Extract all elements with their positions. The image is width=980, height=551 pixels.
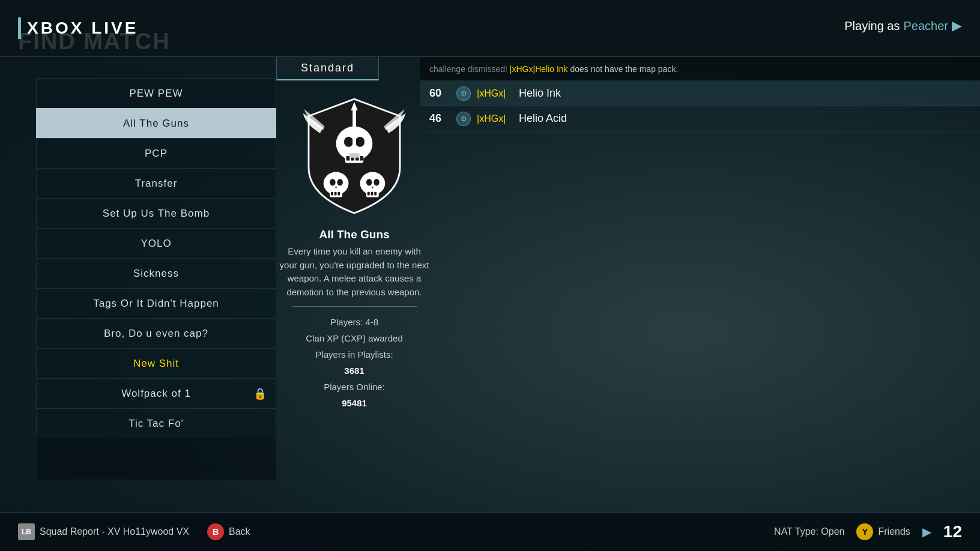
playlist-item-new-shit[interactable]: New Shit bbox=[36, 348, 276, 378]
b-btn-label: B bbox=[213, 527, 219, 537]
detail-players-range: Players: 4-8 bbox=[330, 314, 378, 330]
playlist-item-set-up-us-the-bomb[interactable]: Set Up Us The Bomb bbox=[36, 198, 276, 228]
bottom-right: NAT Type: Open Y Friends ▶ 12 bbox=[774, 522, 962, 541]
emblem-container bbox=[294, 90, 414, 222]
player-arrow-icon: ▶ bbox=[952, 18, 962, 34]
detail-description: Every time you kill an enemy with your g… bbox=[276, 245, 432, 299]
player-icon: ⚙ bbox=[456, 112, 471, 126]
svg-point-11 bbox=[337, 179, 343, 185]
player-row: 60 ⚙ |xHGx| Helio Ink bbox=[420, 81, 980, 106]
playlist-item-sickness[interactable]: Sickness bbox=[36, 258, 276, 288]
nav-arrow-icon: ▶ bbox=[922, 525, 931, 539]
player-clan: |xHGx| bbox=[477, 113, 513, 124]
detail-title: All The Guns bbox=[319, 228, 389, 241]
playlist-item-tic-tac[interactable]: Tic Tac Fo' bbox=[36, 408, 276, 438]
player-icon: ⚙ bbox=[456, 86, 471, 101]
svg-rect-20 bbox=[371, 192, 374, 196]
squad-btn-label: LB bbox=[22, 528, 31, 536]
xbox-live-label: XBOX LIVE bbox=[27, 19, 138, 38]
player-level: 46 bbox=[429, 112, 450, 125]
playlist-item-label: Transfer bbox=[135, 178, 178, 190]
playlist-item-wolfpack[interactable]: Wolfpack of 1 🔒 bbox=[36, 378, 276, 408]
playlist-item-all-the-guns[interactable]: All The Guns bbox=[36, 108, 276, 138]
back-label: Back bbox=[229, 526, 250, 537]
playlist-item-yolo[interactable]: YOLO bbox=[36, 228, 276, 258]
svg-rect-13 bbox=[334, 192, 337, 196]
playlist-item-label: Tags Or It Didn't Happen bbox=[93, 298, 219, 310]
squad-button[interactable]: LB bbox=[18, 523, 35, 540]
playlist-item-transfer[interactable]: Transfer bbox=[36, 168, 276, 198]
svg-rect-24 bbox=[349, 153, 359, 158]
notification-highlight: |xHGx|Helio Ink bbox=[510, 64, 568, 74]
notification-text: challenge dismissed! |xHGx|Helio Ink doe… bbox=[429, 64, 678, 74]
player-row: 46 ⚙ |xHGx| Helio Acid bbox=[420, 106, 980, 131]
svg-rect-21 bbox=[374, 192, 377, 196]
player-name-display: Helio Ink bbox=[519, 87, 561, 100]
nat-type-text: NAT Type: Open bbox=[774, 526, 844, 537]
playlist-item-pew-pew[interactable]: PEW PEW bbox=[36, 78, 276, 108]
bottom-bar: LB Squad Report - XV Ho11ywood VX B Back… bbox=[0, 512, 980, 551]
svg-point-3 bbox=[355, 137, 364, 147]
lock-icon: 🔒 bbox=[253, 387, 267, 400]
playlist-item-label: Set Up Us The Bomb bbox=[103, 208, 210, 220]
playlist-item-label: Tic Tac Fo' bbox=[129, 418, 184, 430]
svg-point-2 bbox=[344, 137, 353, 147]
player-name: Peacher bbox=[904, 19, 949, 33]
game-emblem bbox=[297, 93, 411, 219]
playlist-item-label: All The Guns bbox=[123, 118, 189, 130]
squad-section: LB Squad Report - XV Ho11ywood VX bbox=[18, 523, 189, 540]
detail-players-in-playlists: Players in Playlists: 3681 bbox=[315, 346, 393, 379]
svg-rect-12 bbox=[331, 192, 333, 196]
svg-point-18 bbox=[374, 179, 380, 185]
playing-as-section: Playing as Peacher ▶ bbox=[844, 18, 962, 34]
player-count: 12 bbox=[943, 522, 962, 541]
player-name-display: Helio Acid bbox=[519, 112, 567, 125]
standard-tab-label: Standard bbox=[301, 62, 354, 74]
playlist-item-tags[interactable]: Tags Or It Didn't Happen bbox=[36, 288, 276, 318]
empty-playlist-slot bbox=[36, 438, 276, 480]
playlist-item-label: PEW PEW bbox=[129, 88, 183, 100]
playlist-item-label: New Shit bbox=[133, 358, 179, 370]
playlist-item-label: Sickness bbox=[133, 268, 179, 280]
detail-panel: All The Guns Every time you kill an enem… bbox=[276, 78, 432, 411]
playlist-panel: PEW PEW All The Guns PCP Transfer Set Up… bbox=[36, 78, 276, 480]
detail-players-in-playlists-value: 3681 bbox=[344, 366, 364, 376]
top-bar: XBOX LIVE Playing as Peacher ▶ bbox=[0, 0, 980, 57]
notification-bar: challenge dismissed! |xHGx|Helio Ink doe… bbox=[420, 57, 980, 81]
svg-point-10 bbox=[330, 179, 336, 185]
player-clan: |xHGx| bbox=[477, 88, 513, 99]
player-list: 60 ⚙ |xHGx| Helio Ink 46 ⚙ |xHGx| Helio … bbox=[420, 81, 980, 131]
playlist-item-label: Bro, Do u even cap? bbox=[104, 328, 208, 340]
playing-as-label: Playing as bbox=[844, 19, 900, 33]
playlist-item-label: YOLO bbox=[141, 238, 171, 250]
playlist-item-pcp[interactable]: PCP bbox=[36, 138, 276, 168]
svg-rect-23 bbox=[348, 132, 361, 135]
squad-report-text: Squad Report - XV Ho11ywood VX bbox=[40, 526, 189, 537]
friends-button[interactable]: Y bbox=[856, 523, 873, 540]
friends-label: Friends bbox=[878, 526, 910, 537]
detail-clan-xp: Clan XP (CXP) awarded bbox=[306, 330, 402, 346]
svg-rect-14 bbox=[337, 192, 340, 196]
svg-point-17 bbox=[366, 179, 372, 185]
playlist-item-bro[interactable]: Bro, Do u even cap? bbox=[36, 318, 276, 348]
back-button[interactable]: B bbox=[207, 523, 224, 540]
playlist-item-label: Wolfpack of 1 bbox=[121, 388, 191, 400]
standard-tab[interactable]: Standard bbox=[276, 57, 379, 80]
playlist-item-label: PCP bbox=[145, 148, 168, 160]
detail-players-online: Players Online: 95481 bbox=[324, 379, 385, 411]
back-section: B Back bbox=[207, 523, 250, 540]
friends-section: Y Friends bbox=[856, 523, 910, 540]
detail-divider bbox=[292, 306, 417, 307]
svg-rect-19 bbox=[368, 192, 370, 196]
xbox-live-section: XBOX LIVE bbox=[18, 17, 138, 39]
xbox-bar-decoration bbox=[18, 17, 21, 39]
player-level: 60 bbox=[429, 87, 450, 100]
y-btn-label: Y bbox=[862, 527, 868, 537]
svg-rect-7 bbox=[360, 156, 364, 161]
detail-players-online-value: 95481 bbox=[342, 398, 367, 408]
